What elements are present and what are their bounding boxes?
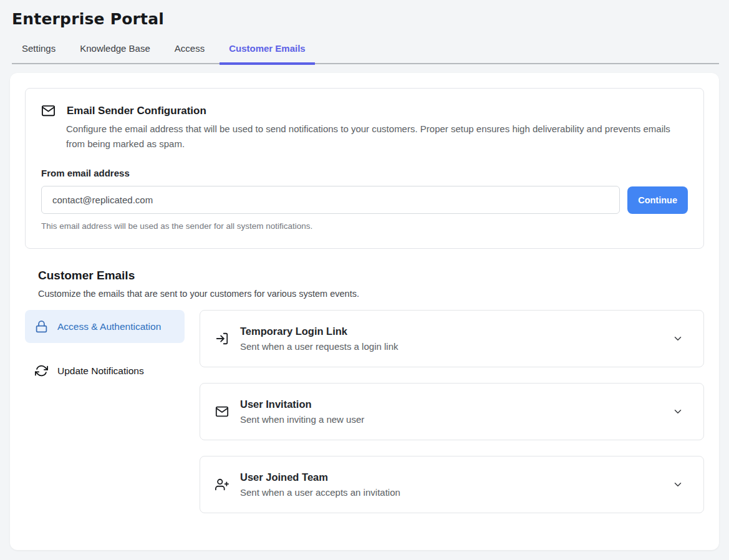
lock-icon	[35, 320, 48, 333]
page-header: Enterprise Portal Settings Knowledge Bas…	[0, 0, 729, 64]
email-card-title: User Invitation	[240, 398, 672, 410]
email-template-list: Temporary Login Link Sent when a user re…	[200, 310, 704, 513]
email-card-title: Temporary Login Link	[240, 326, 672, 337]
email-card-description: Sent when inviting a new user	[240, 414, 672, 425]
category-access-authentication[interactable]: Access & Authentication	[25, 310, 185, 343]
sender-config-description: Configure the email address that will be…	[66, 122, 680, 152]
tab-customer-emails[interactable]: Customer Emails	[220, 37, 315, 63]
customer-emails-subtitle: Customize the emails that are sent to yo…	[38, 289, 704, 299]
tab-settings[interactable]: Settings	[12, 37, 65, 63]
from-email-label: From email address	[41, 168, 688, 178]
email-card-title: User Joined Team	[240, 471, 672, 483]
refresh-icon	[35, 364, 48, 377]
user-plus-icon	[215, 478, 229, 491]
tab-access[interactable]: Access	[165, 37, 214, 63]
email-card-description: Sent when a user accepts an invitation	[240, 487, 672, 498]
category-label: Update Notifications	[57, 364, 144, 378]
email-card-user-joined-team[interactable]: User Joined Team Sent when a user accept…	[200, 456, 704, 513]
from-email-helper-text: This email address will be used as the s…	[41, 221, 688, 231]
chevron-down-icon[interactable]	[672, 333, 683, 344]
email-card-description: Sent when a user requests a login link	[240, 341, 672, 352]
main-content-panel: Email Sender Configuration Configure the…	[10, 73, 719, 550]
email-card-temporary-login-link[interactable]: Temporary Login Link Sent when a user re…	[200, 310, 704, 367]
from-email-input[interactable]	[41, 186, 620, 214]
sender-config-title: Email Sender Configuration	[67, 105, 206, 117]
category-update-notifications[interactable]: Update Notifications	[25, 354, 185, 387]
customer-emails-section-header: Customer Emails Customize the emails tha…	[38, 269, 704, 299]
email-sender-config-card: Email Sender Configuration Configure the…	[25, 88, 704, 249]
continue-button[interactable]: Continue	[627, 186, 688, 214]
mail-icon	[215, 405, 229, 418]
chevron-down-icon[interactable]	[672, 479, 683, 490]
category-label: Access & Authentication	[57, 319, 161, 334]
page-title: Enterprise Portal	[12, 10, 719, 28]
email-card-user-invitation[interactable]: User Invitation Sent when inviting a new…	[200, 383, 704, 440]
customer-emails-title: Customer Emails	[38, 269, 704, 282]
tab-bar: Settings Knowledge Base Access Customer …	[12, 37, 719, 64]
email-category-sidebar: Access & Authentication Update Notificat…	[25, 310, 185, 513]
chevron-down-icon[interactable]	[672, 406, 683, 417]
tab-knowledge-base[interactable]: Knowledge Base	[70, 37, 160, 63]
mail-icon	[41, 104, 56, 118]
login-icon	[215, 332, 229, 345]
